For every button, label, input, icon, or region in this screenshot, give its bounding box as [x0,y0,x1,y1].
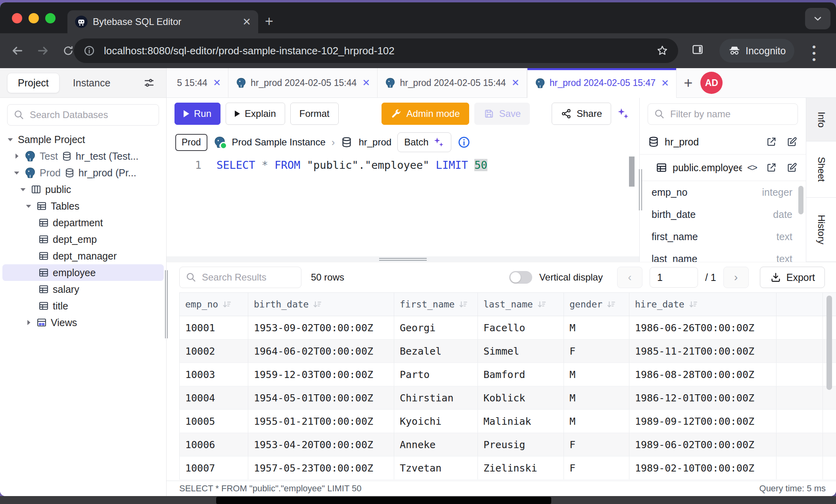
table-row[interactable]: 10003 1959-12-03T00:00:00Z Parto Bamford… [179,363,836,386]
tree-item-views[interactable]: Views [0,314,166,331]
sql-editor[interactable]: 1 SELECT * FROM "public"."employee" LIMI… [167,155,639,256]
splitter-grip[interactable] [379,258,427,261]
new-query-tab-button[interactable]: + [684,75,692,90]
site-info-icon[interactable] [83,45,95,57]
column-header-gender[interactable]: gender [564,293,629,316]
tree-item-department[interactable]: department [0,214,166,231]
bookmark-star-icon[interactable] [656,44,669,57]
external-link-icon[interactable] [765,136,777,148]
sort-icon[interactable] [222,300,232,309]
run-button[interactable]: Run [174,103,221,125]
admin-mode-button[interactable]: Admin mode [382,103,469,125]
sort-icon[interactable] [688,300,698,309]
browser-menu-icon[interactable]: ••• [812,44,816,63]
close-tab-icon[interactable]: ✕ [362,77,370,88]
format-button[interactable]: Format [290,103,339,125]
side-panel-icon[interactable] [691,43,704,56]
table-row[interactable]: 10002 1964-06-02T00:00:00Z Bezalel Simme… [179,340,836,363]
zoom-window-button[interactable] [45,13,56,23]
sort-icon[interactable] [458,300,468,309]
search-results-input[interactable] [179,267,301,288]
tab-info[interactable]: Info [806,98,836,141]
caret-right-icon[interactable] [25,319,33,326]
tree-settings-button[interactable] [143,77,155,89]
minimize-window-button[interactable] [29,13,39,23]
filter-by-name-input[interactable] [648,103,798,125]
browser-tab[interactable]: Bytebase SQL Editor ✕ [67,10,258,33]
column-header-first-name[interactable]: first_name [394,293,478,316]
tree-item-dept-manager[interactable]: dept_manager [0,248,166,264]
next-page-button[interactable]: › [723,267,749,288]
connection-info-icon[interactable] [457,136,471,149]
table-row[interactable]: 10001 1953-09-02T00:00:00Z Georgi Facell… [179,316,836,340]
tree-item-project[interactable]: Sample Project [0,131,166,148]
tab-project[interactable]: Project [7,73,59,93]
tree-item-salary[interactable]: salary [0,281,166,298]
close-tab-icon[interactable]: ✕ [512,77,520,88]
close-tab-icon[interactable]: ✕ [213,77,221,88]
external-link-icon[interactable] [765,162,777,174]
editor-tab-3-active[interactable]: hr_prod 2024-02-05 15:47✕ [527,68,677,98]
caret-down-icon[interactable] [6,136,14,143]
schema-database-row[interactable]: hr_prod [640,130,806,155]
save-button[interactable]: Save [474,103,530,125]
database-name[interactable]: hr_prod [359,137,391,148]
caret-right-icon[interactable] [13,153,21,159]
reload-icon[interactable] [62,44,75,57]
close-window-button[interactable] [12,13,22,23]
editor-tab-0[interactable]: 5 15:44✕ [167,68,228,97]
export-button[interactable]: Export [760,267,825,288]
table-row[interactable]: 10006 1953-04-20T00:00:00Z Anneke Preusi… [179,433,836,456]
tab-sheet[interactable]: Sheet [806,141,836,198]
sort-icon[interactable] [313,300,322,309]
tree-item-dept-emp[interactable]: dept_emp [0,231,166,248]
table-row[interactable]: 10007 1957-05-23T00:00:00Z Tzvetan Zieli… [179,456,836,480]
sort-icon[interactable] [606,300,616,309]
editor-tab-2[interactable]: hr_prod 2024-02-05 15:44✕ [378,68,527,97]
tree-item-schema-public[interactable]: public [0,181,166,198]
schema-scrollbar[interactable] [798,186,803,214]
tab-history[interactable]: History [806,198,836,262]
batch-button[interactable]: Batch [397,132,451,152]
sort-icon[interactable] [537,300,546,309]
new-tab-button[interactable]: + [265,14,273,29]
tree-item-title[interactable]: title [0,298,166,314]
page-input[interactable] [650,267,698,288]
address-bar[interactable]: localhost:8080/sql-editor/prod-sample-in… [74,38,678,63]
vertical-splitter[interactable] [639,169,642,210]
edit-icon[interactable] [786,136,798,148]
column-header-birth-date[interactable]: birth_date [248,293,394,316]
caret-down-icon[interactable] [13,170,21,176]
tab-instance[interactable]: Instance [63,73,121,93]
column-header-emp-no[interactable]: emp_no [179,293,248,316]
prev-page-button[interactable]: ‹ [617,267,642,288]
tree-item-employee-selected[interactable]: employee [2,264,164,281]
editor-tab-1[interactable]: hr_prod 2024-02-05 15:44✕ [228,68,378,97]
code-icon[interactable]: <> [747,162,757,173]
caret-down-icon[interactable] [19,186,27,193]
avatar[interactable]: AD [700,72,723,94]
ai-sparkles-icon[interactable] [616,107,630,120]
tree-item-hr-prod[interactable]: Prod hr_prod (Pr... [0,164,166,181]
schema-table-row[interactable]: public.employee <> [640,155,806,181]
vertical-display-toggle[interactable] [509,271,532,284]
close-tab-icon[interactable]: ✕ [661,78,669,89]
explain-button[interactable]: Explain [226,103,285,125]
forward-icon[interactable] [36,44,50,58]
column-header-hire-date[interactable]: hire_date [629,293,777,316]
back-icon[interactable] [10,44,25,58]
search-databases-input[interactable] [7,104,159,126]
close-tab-icon[interactable]: ✕ [242,17,251,27]
instance-name[interactable]: Prod Sample Instance [232,137,326,148]
tree-item-tables[interactable]: Tables [0,198,166,214]
results-scrollbar[interactable] [826,296,832,390]
tab-search-button[interactable] [805,8,830,29]
table-row[interactable]: 10004 1954-05-01T00:00:00Z Chirstian Kob… [179,386,836,410]
column-header-last-name[interactable]: last_name [478,293,564,316]
sidebar-resize-handle[interactable] [164,270,168,338]
caret-down-icon[interactable] [25,203,33,209]
editor-scrollbar[interactable] [629,157,635,187]
horizontal-splitter[interactable] [167,256,639,262]
table-row[interactable]: 10005 1955-01-21T00:00:00Z Kyoichi Malin… [179,410,836,433]
edit-icon[interactable] [786,162,798,174]
